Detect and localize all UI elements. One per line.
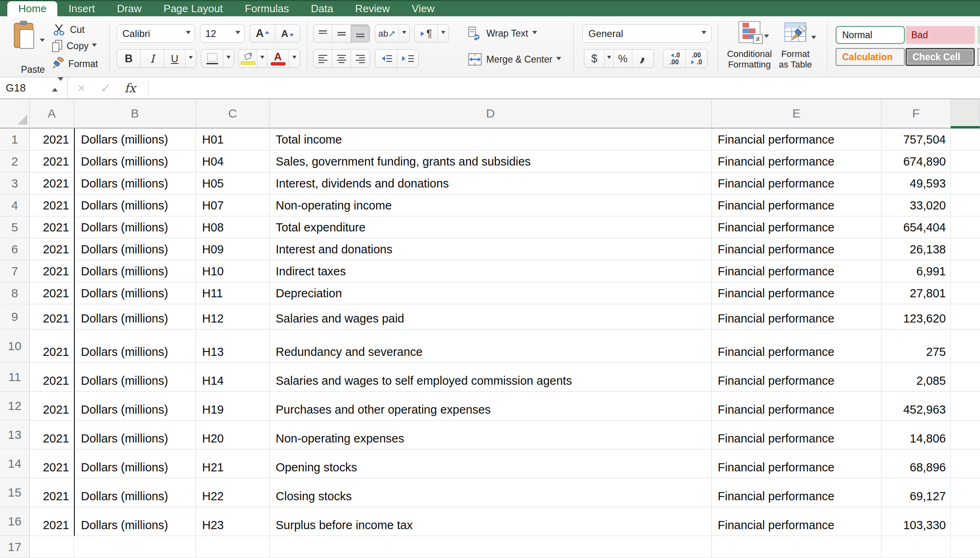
cell-A14[interactable]: 2021 (30, 449, 74, 478)
row-header-12[interactable]: 12 (0, 392, 30, 421)
tab-review[interactable]: Review (344, 1, 401, 16)
name-box-stepper[interactable] (52, 81, 63, 88)
cell-style-good-partial[interactable] (978, 26, 980, 44)
cell-F3[interactable]: 49,593 (882, 172, 951, 194)
cell-A7[interactable]: 2021 (30, 260, 74, 282)
formula-input[interactable] (151, 77, 980, 98)
row-header-11[interactable]: 11 (0, 363, 30, 392)
comma-style-button[interactable]: , (632, 50, 653, 68)
align-right-button[interactable] (351, 50, 370, 68)
cell-C3[interactable]: H05 (196, 172, 270, 194)
paste-dropdown-caret[interactable] (40, 39, 45, 44)
column-header-a[interactable]: A (30, 99, 74, 129)
cell-D16[interactable]: Surplus before income tax (270, 507, 712, 536)
underline-button[interactable]: U (164, 50, 185, 68)
cell-E14[interactable]: Financial performance (712, 449, 882, 478)
row-header-8[interactable]: 8 (0, 282, 30, 304)
cell-F12[interactable]: 452,963 (882, 392, 951, 421)
cell-G2[interactable] (951, 150, 980, 172)
row-header-4[interactable]: 4 (0, 194, 30, 216)
number-format-select[interactable]: General (582, 24, 712, 43)
cell-G13[interactable] (951, 421, 980, 449)
cell-B10[interactable]: Dollars (millions) (74, 329, 196, 363)
row-header-3[interactable]: 3 (0, 172, 30, 194)
cell-G4[interactable] (951, 194, 980, 216)
tab-view[interactable]: View (401, 1, 446, 16)
cell-E1[interactable]: Financial performance (712, 129, 882, 150)
cell-B5[interactable]: Dollars (millions) (74, 216, 196, 238)
cell-E2[interactable]: Financial performance (712, 150, 882, 172)
cell-E7[interactable]: Financial performance (712, 260, 882, 282)
row-header-6[interactable]: 6 (0, 238, 30, 260)
merge-center-button[interactable]: Merge & Center (468, 52, 561, 67)
currency-button[interactable]: $ (584, 50, 605, 68)
cell-F15[interactable]: 69,127 (882, 478, 951, 507)
column-header-g[interactable] (951, 99, 980, 129)
cell-B3[interactable]: Dollars (millions) (74, 172, 196, 194)
cell-G17[interactable] (951, 536, 980, 558)
wrap-text-caret[interactable] (532, 31, 537, 37)
cell-G12[interactable] (951, 392, 980, 421)
cell-F7[interactable]: 6,991 (882, 260, 951, 282)
cell-F17[interactable] (882, 536, 951, 558)
text-direction-button[interactable]: ¶ (414, 25, 438, 42)
cell-D17[interactable] (270, 536, 712, 558)
wrap-text-button[interactable]: Wrap Text (468, 26, 537, 41)
cell-D9[interactable]: Salaries and wages paid (270, 304, 712, 329)
cell-E4[interactable]: Financial performance (712, 194, 882, 216)
cell-B13[interactable]: Dollars (millions) (74, 421, 196, 449)
cell-C17[interactable] (196, 536, 270, 558)
cell-C12[interactable]: H19 (196, 392, 270, 421)
cell-C8[interactable]: H11 (196, 282, 270, 304)
font-color-button[interactable]: A (267, 50, 289, 68)
row-header-9[interactable]: 9 (0, 304, 30, 329)
cell-D3[interactable]: Interest, dividends and donations (270, 172, 712, 194)
cell-B7[interactable]: Dollars (millions) (74, 260, 196, 282)
cell-A9[interactable]: 2021 (30, 304, 74, 329)
cell-C6[interactable]: H09 (196, 238, 270, 260)
align-middle-button[interactable] (332, 25, 351, 42)
cell-F11[interactable]: 2,085 (882, 363, 951, 392)
cell-B17[interactable] (74, 536, 196, 558)
cell-C11[interactable]: H14 (196, 363, 270, 392)
cell-A2[interactable]: 2021 (30, 150, 74, 172)
row-header-2[interactable]: 2 (0, 150, 30, 172)
format-as-table-button[interactable]: Format as Table (771, 22, 820, 70)
cell-F4[interactable]: 33,020 (882, 194, 951, 216)
copy-dropdown-caret[interactable] (92, 44, 97, 49)
cell-E15[interactable]: Financial performance (712, 478, 882, 507)
cell-D14[interactable]: Opening stocks (270, 449, 712, 478)
cell-B6[interactable]: Dollars (millions) (74, 238, 196, 260)
cell-E9[interactable]: Financial performance (712, 304, 882, 329)
cell-F13[interactable]: 14,806 (882, 421, 951, 449)
italic-button[interactable]: I (141, 50, 164, 68)
decrease-decimal-button[interactable]: .00 .0 (686, 50, 707, 68)
cell-D8[interactable]: Depreciation (270, 282, 712, 304)
row-header-17[interactable]: 17 (0, 536, 30, 558)
name-box[interactable]: G18 (0, 77, 68, 98)
cell-E16[interactable]: Financial performance (712, 507, 882, 536)
cell-A15[interactable]: 2021 (30, 478, 74, 507)
cell-C16[interactable]: H23 (196, 507, 270, 536)
row-header-13[interactable]: 13 (0, 421, 30, 449)
font-size-select[interactable]: 12 (200, 24, 245, 43)
cell-G6[interactable] (951, 238, 980, 260)
decrease-indent-button[interactable] (375, 50, 397, 68)
paste-button[interactable]: Paste (7, 19, 52, 75)
cell-A17[interactable] (30, 536, 74, 558)
cell-F10[interactable]: 275 (882, 329, 951, 363)
align-center-button[interactable] (332, 50, 351, 68)
tab-page-layout[interactable]: Page Layout (152, 1, 234, 16)
cell-B1[interactable]: Dollars (millions) (74, 129, 196, 150)
column-header-e[interactable]: E (712, 99, 882, 129)
borders-button[interactable] (201, 50, 223, 68)
row-header-7[interactable]: 7 (0, 260, 30, 282)
font-family-select[interactable]: Calibri (117, 24, 195, 43)
row-header-5[interactable]: 5 (0, 216, 30, 238)
cell-D1[interactable]: Total income (270, 129, 712, 150)
orientation-button[interactable]: ab (375, 25, 399, 42)
cell-D2[interactable]: Sales, government funding, grants and su… (270, 150, 712, 172)
cancel-button[interactable]: × (72, 77, 90, 98)
cell-B4[interactable]: Dollars (millions) (74, 194, 196, 216)
cell-D11[interactable]: Salaries and wages to self employed comm… (270, 363, 712, 392)
